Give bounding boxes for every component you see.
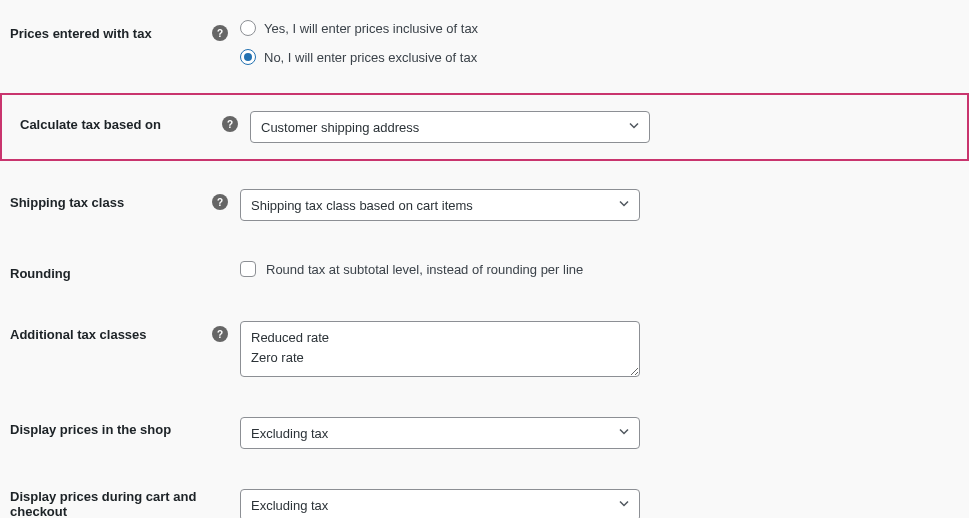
label-col: Additional tax classes ? [10,321,240,342]
highlighted-row: Calculate tax based on ? Customer shippi… [0,93,969,161]
input-col: Excluding tax [240,489,640,518]
radio-inclusive[interactable]: Yes, I will enter prices inclusive of ta… [240,20,478,36]
row-shipping-tax-class: Shipping tax class ? Shipping tax class … [0,169,969,241]
radio-exclusive[interactable]: No, I will enter prices exclusive of tax [240,49,477,65]
row-prices-with-tax: Prices entered with tax ? Yes, I will en… [0,0,969,49]
rounding-checkbox-label: Round tax at subtotal level, instead of … [266,262,583,277]
help-icon[interactable]: ? [212,25,228,41]
label-col: Prices entered with tax ? [10,20,240,41]
label-col: Calculate tax based on ? [20,111,250,132]
select-box: Customer shipping address [250,111,650,143]
calculate-tax-label: Calculate tax based on [20,117,216,132]
display-shop-select[interactable]: Excluding tax [240,417,640,449]
radio-dot-icon [244,53,252,61]
row-display-shop: Display prices in the shop Excluding tax [0,397,969,469]
additional-tax-classes-label: Additional tax classes [10,327,206,342]
input-col: No, I will enter prices exclusive of tax [240,49,477,65]
additional-tax-classes-textarea[interactable] [240,321,640,377]
display-cart-select[interactable]: Excluding tax [240,489,640,518]
shipping-tax-class-label: Shipping tax class [10,195,206,210]
radio-icon-checked [240,49,256,65]
help-icon[interactable]: ? [212,326,228,342]
label-col: Rounding [10,261,240,281]
input-col: Round tax at subtotal level, instead of … [240,261,583,277]
row-display-cart: Display prices during cart and checkout … [0,469,969,518]
radio-icon [240,20,256,36]
select-box: Shipping tax class based on cart items [240,189,640,221]
display-cart-label: Display prices during cart and checkout [10,489,240,518]
tax-settings-form: Prices entered with tax ? Yes, I will en… [0,0,969,518]
input-col: Shipping tax class based on cart items [240,189,640,221]
shipping-tax-class-select[interactable]: Shipping tax class based on cart items [240,189,640,221]
label-col: Display prices in the shop [10,417,240,437]
row-prices-with-tax-sub: No, I will enter prices exclusive of tax [0,49,969,85]
select-box: Excluding tax [240,417,640,449]
calculate-tax-value: Customer shipping address [261,120,419,135]
select-box: Excluding tax [240,489,640,518]
rounding-checkbox-wrap[interactable]: Round tax at subtotal level, instead of … [240,261,583,277]
input-col: Excluding tax [240,417,640,449]
help-icon[interactable]: ? [212,194,228,210]
label-col-empty [10,49,240,54]
display-shop-label: Display prices in the shop [10,422,240,437]
prices-with-tax-label: Prices entered with tax [10,26,206,41]
row-rounding: Rounding Round tax at subtotal level, in… [0,241,969,301]
calculate-tax-select[interactable]: Customer shipping address [250,111,650,143]
checkbox-icon [240,261,256,277]
help-icon[interactable]: ? [222,116,238,132]
label-col: Shipping tax class ? [10,189,240,210]
rounding-label: Rounding [10,266,240,281]
shipping-tax-class-value: Shipping tax class based on cart items [251,198,473,213]
radio-inclusive-label: Yes, I will enter prices inclusive of ta… [264,21,478,36]
label-col: Display prices during cart and checkout [10,489,240,518]
input-col: Yes, I will enter prices inclusive of ta… [240,20,478,36]
display-cart-value: Excluding tax [251,498,328,513]
row-additional-tax-classes: Additional tax classes ? [0,301,969,397]
radio-exclusive-label: No, I will enter prices exclusive of tax [264,50,477,65]
input-col: Customer shipping address [250,111,650,143]
input-col [240,321,640,377]
row-calculate-tax: Calculate tax based on ? Customer shippi… [10,111,959,143]
display-shop-value: Excluding tax [251,426,328,441]
